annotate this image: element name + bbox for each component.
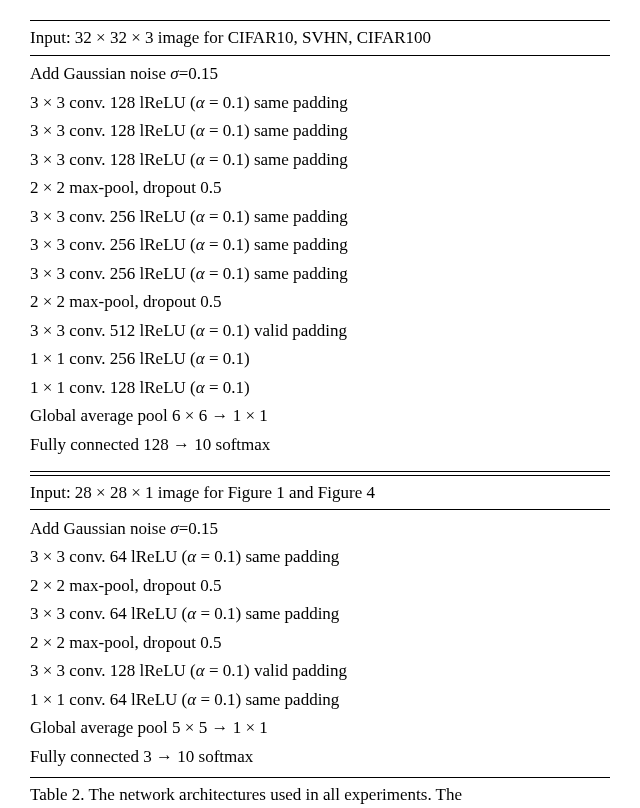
bottom-rule xyxy=(30,777,610,778)
table-row: Global average pool 6 × 6 → 1 × 1 xyxy=(30,402,610,431)
table-row: 1 × 1 conv. 64 lReLU (α = 0.1) same padd… xyxy=(30,685,610,714)
table-row: 3 × 3 conv. 256 lReLU (α = 0.1) same pad… xyxy=(30,202,610,231)
table1-body: Add Gaussian noise σ=0.15 3 × 3 conv. 12… xyxy=(30,60,610,459)
table-row: 1 × 1 conv. 128 lReLU (α = 0.1) xyxy=(30,373,610,402)
table-row: 3 × 3 conv. 256 lReLU (α = 0.1) same pad… xyxy=(30,259,610,288)
table-row: 2 × 2 max-pool, dropout 0.5 xyxy=(30,571,610,600)
table2-header-row: Input: 28 × 28 × 1 image for Figure 1 an… xyxy=(30,480,610,511)
table-row: 3 × 3 conv. 64 lReLU (α = 0.1) same padd… xyxy=(30,543,610,572)
table-row: 3 × 3 conv. 128 lReLU (α = 0.1) same pad… xyxy=(30,117,610,146)
table1-header-row: Input: 32 × 32 × 3 image for CIFAR10, SV… xyxy=(30,25,610,56)
table-row: 3 × 3 conv. 64 lReLU (α = 0.1) same padd… xyxy=(30,600,610,629)
table2-header: Input: 28 × 28 × 1 image for Figure 1 an… xyxy=(30,480,610,506)
table-row: Fully connected 3 → 10 softmax xyxy=(30,742,610,771)
table-row: 3 × 3 conv. 256 lReLU (α = 0.1) same pad… xyxy=(30,231,610,260)
table-row: Fully connected 128 → 10 softmax xyxy=(30,430,610,459)
table1-header: Input: 32 × 32 × 3 image for CIFAR10, SV… xyxy=(30,25,610,51)
table-row: 2 × 2 max-pool, dropout 0.5 xyxy=(30,288,610,317)
table-row: Add Gaussian noise σ=0.15 xyxy=(30,514,610,543)
table-row: 3 × 3 conv. 128 lReLU (α = 0.1) same pad… xyxy=(30,145,610,174)
table-row: Global average pool 5 × 5 → 1 × 1 xyxy=(30,714,610,743)
architecture-table-2: Input: 28 × 28 × 1 image for Figure 1 an… xyxy=(30,476,610,777)
table-row: 3 × 3 conv. 128 lReLU (α = 0.1) valid pa… xyxy=(30,657,610,686)
table-row: 2 × 2 max-pool, dropout 0.5 xyxy=(30,628,610,657)
table-caption: Table 2. The network architectures used … xyxy=(30,784,610,807)
table-row: 3 × 3 conv. 512 lReLU (α = 0.1) valid pa… xyxy=(30,316,610,345)
table2-body: Add Gaussian noise σ=0.15 3 × 3 conv. 64… xyxy=(30,514,610,771)
table-row: 2 × 2 max-pool, dropout 0.5 xyxy=(30,174,610,203)
table-row: 1 × 1 conv. 256 lReLU (α = 0.1) xyxy=(30,345,610,374)
table-row: 3 × 3 conv. 128 lReLU (α = 0.1) same pad… xyxy=(30,88,610,117)
architecture-table-1: Input: 32 × 32 × 3 image for CIFAR10, SV… xyxy=(30,20,610,465)
table-row: Add Gaussian noise σ=0.15 xyxy=(30,60,610,89)
